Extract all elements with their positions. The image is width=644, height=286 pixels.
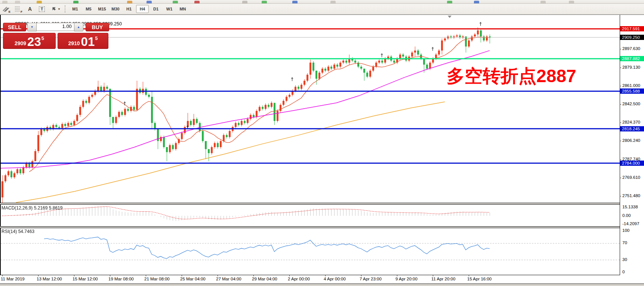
price-tick-mark [620,122,621,123]
clipped-icon [2,1,7,4]
buy-price-big: 01 [81,35,95,48]
price-tick-label: 2897.630 [622,46,640,51]
price-flag-label: 2818.245 [620,126,644,131]
time-tick-label: 11 Mar 2019 [1,277,25,281]
sell-price-big: 23 [27,35,41,48]
timeframe-button-w1[interactable]: W1 [163,5,176,13]
time-tick-mark [289,275,290,276]
time-tick-label: 11 Apr 20:00 [431,277,455,281]
text-tool-glyph: A [28,6,32,12]
time-tick-label: 19 Mar 08:00 [108,277,134,281]
fibonacci-icon[interactable]: F [13,4,23,14]
clipped-icon [330,1,336,4]
time-tick-mark [469,275,469,276]
price-tick-mark [620,49,621,49]
sell-button[interactable]: SELL [3,23,26,31]
clipped-icon [569,1,574,4]
label-tool-glyph: T [39,6,45,12]
clipped-icon [37,1,42,4]
price-tick-label: 2861.000 [622,83,640,88]
time-tick-mark [74,275,74,276]
price-tick-label: 2842.500 [622,102,640,106]
arrows-icon[interactable]: ▼ [49,4,63,14]
clipped-icon [127,1,132,4]
buy-price-display[interactable]: 2910 01 5 [58,33,108,49]
time-tick-label: 15 Apr 16:00 [467,277,492,281]
timeframe-button-h1[interactable]: H1 [123,5,135,13]
time-tick-label: 21 Mar 08:00 [144,277,170,281]
clipped-icon [242,1,247,4]
clipped-icon [540,1,546,4]
time-tick-mark [397,275,397,276]
clipped-icon [147,1,152,4]
clipped-icon [292,1,298,4]
window-top-border [0,15,644,15]
draw-lines-icon[interactable]: E [1,4,11,14]
timeframe-bar: M1M5M15M30H1H4D1W1MN [68,5,189,13]
time-tick-label: 25 Mar 04:00 [180,277,206,281]
time-tick-mark [2,275,3,276]
time-tick-mark [361,275,361,276]
timeframe-button-m15[interactable]: M15 [96,5,108,13]
text-icon[interactable]: A [25,4,35,14]
time-tick-label: 9 Apr 20:00 [395,277,417,281]
price-tick-mark [620,86,621,86]
macd-axis-label: 15.1338 [622,205,638,209]
time-tick-mark [218,275,218,276]
time-axis[interactable]: 11 Mar 201913 Mar 12:0015 Mar 12:0019 Ma… [0,275,644,283]
time-tick-label: 27 Mar 04:00 [216,277,241,281]
mt4-window: E F A T ▼ M1M5M15M30H1H4D1W1MN [0,0,644,286]
time-tick-label: 15 Mar 12:00 [73,277,98,281]
price-flag-label: 2784.000 [620,161,644,166]
price-flag-label: 2909.250 [620,35,644,40]
chart-annotation-text: 多空转折点2887 [447,67,576,85]
price-tick-mark [620,141,621,141]
timeframe-button-mn[interactable]: MN [176,5,189,13]
clipped-icon [447,1,452,4]
macd-axis-label: 0.00 [622,213,631,218]
clipped-toolbar-row [0,0,644,4]
timeframe-button-m1[interactable]: M1 [69,5,81,13]
time-tick-label: 2 Apr 00:00 [288,277,310,281]
time-tick-label: 13 Mar 12:00 [37,277,62,281]
timeframe-button-m5[interactable]: M5 [82,5,95,13]
text-label-icon[interactable]: T [37,4,47,14]
volume-input[interactable]: 1.00 [37,23,74,31]
buy-button[interactable]: BUY [86,23,109,31]
toolbar: E F A T ▼ M1M5M15M30H1H4D1W1MN [0,4,644,15]
rsi-indicator-label: RSI(14) 54.7463 [1,229,34,234]
time-tick-mark [433,275,433,276]
time-tick-mark [110,275,110,276]
tool-sub-label: F [21,10,22,13]
clipped-icon [15,1,20,4]
volume-decrease-button[interactable]: ▼ [27,23,37,31]
sell-price-display[interactable]: 2909 23 5 [3,33,56,49]
rsi-canvas[interactable] [1,228,620,275]
rsi-axis-label: 0 [622,270,625,274]
clipped-icon [173,1,178,4]
timeframe-button-h4[interactable]: H4 [136,5,149,13]
price-flag-label: 2855.588 [620,88,644,94]
axis-separator [620,15,620,283]
clipped-icon [262,1,267,4]
clipped-icon [474,1,479,4]
clipped-icon [73,1,78,4]
price-tick-label: 2751.480 [622,193,640,198]
one-click-trade-panel: SELL ▼ 1.00 ▲ BUY 2909 23 5 2910 01 5 [3,23,109,49]
timeframe-button-m30[interactable]: M30 [109,5,122,13]
price-tick-label: 2879.130 [622,65,640,69]
time-tick-mark [253,275,254,276]
clipped-icon [194,1,200,4]
price-tick-label: 2806.240 [622,138,640,143]
price-tick-mark [620,196,621,196]
rsi-axis-label: 30 [622,257,627,262]
macd-canvas[interactable] [1,205,620,226]
time-tick-label: 7 Apr 23:00 [360,277,382,281]
timeframe-button-d1[interactable]: D1 [150,5,162,13]
status-bar-sliver [0,284,644,286]
time-tick-label: 4 Apr 00:00 [324,277,346,281]
price-tick-mark [620,68,621,68]
volume-increase-button[interactable]: ▲ [74,23,83,31]
chart-shift-marker[interactable] [448,16,452,18]
price-tick-mark [620,178,621,178]
